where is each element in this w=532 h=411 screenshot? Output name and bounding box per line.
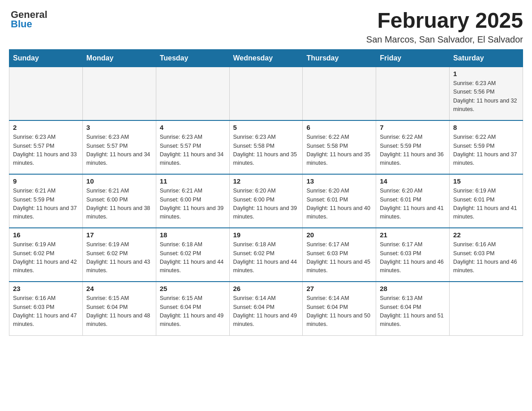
calendar-week-row: 1Sunrise: 6:23 AMSunset: 5:56 PMDaylight…	[9, 67, 523, 120]
day-info: Sunrise: 6:21 AMSunset: 5:59 PMDaylight:…	[13, 187, 79, 222]
day-info: Sunrise: 6:23 AMSunset: 5:57 PMDaylight:…	[86, 133, 152, 168]
day-info: Sunrise: 6:22 AMSunset: 5:59 PMDaylight:…	[453, 133, 519, 168]
day-number: 27	[306, 285, 372, 292]
day-number: 26	[233, 285, 299, 292]
day-number: 23	[13, 285, 79, 292]
day-info: Sunrise: 6:23 AMSunset: 5:57 PMDaylight:…	[13, 133, 79, 168]
day-info: Sunrise: 6:21 AMSunset: 6:00 PMDaylight:…	[160, 187, 226, 222]
day-number: 10	[86, 177, 152, 185]
table-row: 1Sunrise: 6:23 AMSunset: 5:56 PMDaylight…	[450, 67, 523, 120]
table-row	[303, 67, 376, 120]
day-info: Sunrise: 6:16 AMSunset: 6:03 PMDaylight:…	[13, 294, 79, 329]
day-number: 21	[380, 231, 446, 239]
col-monday: Monday	[82, 49, 156, 67]
col-thursday: Thursday	[303, 49, 376, 67]
day-number: 4	[160, 124, 226, 131]
table-row: 23Sunrise: 6:16 AMSunset: 6:03 PMDayligh…	[9, 282, 83, 335]
calendar-header-row: Sunday Monday Tuesday Wednesday Thursday…	[9, 49, 523, 67]
day-info: Sunrise: 6:23 AMSunset: 5:56 PMDaylight:…	[453, 79, 519, 114]
table-row: 2Sunrise: 6:23 AMSunset: 5:57 PMDaylight…	[9, 120, 83, 174]
day-number: 14	[380, 177, 446, 185]
table-row	[9, 67, 83, 120]
day-number: 5	[233, 124, 299, 131]
calendar-week-row: 9Sunrise: 6:21 AMSunset: 5:59 PMDaylight…	[9, 174, 523, 228]
day-info: Sunrise: 6:20 AMSunset: 6:01 PMDaylight:…	[306, 187, 372, 222]
day-number: 12	[233, 177, 299, 185]
day-number: 19	[233, 231, 299, 239]
table-row: 3Sunrise: 6:23 AMSunset: 5:57 PMDaylight…	[82, 120, 156, 174]
day-info: Sunrise: 6:20 AMSunset: 6:01 PMDaylight:…	[380, 187, 446, 222]
day-number: 25	[160, 285, 226, 292]
table-row: 22Sunrise: 6:16 AMSunset: 6:03 PMDayligh…	[450, 228, 523, 282]
logo: General Blue General Blue	[9, 9, 47, 30]
col-saturday: Saturday	[450, 49, 523, 67]
table-row: 24Sunrise: 6:15 AMSunset: 6:04 PMDayligh…	[82, 282, 156, 335]
day-info: Sunrise: 6:19 AMSunset: 6:02 PMDaylight:…	[13, 240, 79, 275]
table-row: 5Sunrise: 6:23 AMSunset: 5:58 PMDaylight…	[229, 120, 303, 174]
day-number: 11	[160, 177, 226, 185]
table-row: 6Sunrise: 6:22 AMSunset: 5:58 PMDaylight…	[303, 120, 376, 174]
day-number: 2	[13, 124, 79, 131]
day-info: Sunrise: 6:21 AMSunset: 6:00 PMDaylight:…	[86, 187, 152, 222]
day-number: 1	[453, 70, 519, 77]
table-row: 7Sunrise: 6:22 AMSunset: 5:59 PMDaylight…	[376, 120, 450, 174]
col-tuesday: Tuesday	[156, 49, 229, 67]
table-row: 19Sunrise: 6:18 AMSunset: 6:02 PMDayligh…	[229, 228, 303, 282]
day-info: Sunrise: 6:22 AMSunset: 5:58 PMDaylight:…	[306, 133, 372, 168]
day-number: 22	[453, 231, 519, 239]
col-friday: Friday	[376, 49, 450, 67]
table-row: 15Sunrise: 6:19 AMSunset: 6:01 PMDayligh…	[450, 174, 523, 228]
day-number: 17	[86, 231, 152, 239]
day-number: 13	[306, 177, 372, 185]
day-info: Sunrise: 6:15 AMSunset: 6:04 PMDaylight:…	[160, 294, 226, 329]
table-row: 27Sunrise: 6:14 AMSunset: 6:04 PMDayligh…	[303, 282, 376, 335]
table-row: 20Sunrise: 6:17 AMSunset: 6:03 PMDayligh…	[303, 228, 376, 282]
day-number: 24	[86, 285, 152, 292]
day-number: 3	[86, 124, 152, 131]
day-info: Sunrise: 6:14 AMSunset: 6:04 PMDaylight:…	[233, 294, 299, 329]
calendar-week-row: 16Sunrise: 6:19 AMSunset: 6:02 PMDayligh…	[9, 228, 523, 282]
day-info: Sunrise: 6:17 AMSunset: 6:03 PMDaylight:…	[306, 240, 372, 275]
table-row: 25Sunrise: 6:15 AMSunset: 6:04 PMDayligh…	[156, 282, 229, 335]
table-row: 4Sunrise: 6:23 AMSunset: 5:57 PMDaylight…	[156, 120, 229, 174]
day-info: Sunrise: 6:16 AMSunset: 6:03 PMDaylight:…	[453, 240, 519, 275]
day-info: Sunrise: 6:19 AMSunset: 6:02 PMDaylight:…	[86, 240, 152, 275]
page-header: General Blue General Blue February 2025 …	[9, 9, 523, 45]
table-row: 8Sunrise: 6:22 AMSunset: 5:59 PMDaylight…	[450, 120, 523, 174]
col-sunday: Sunday	[9, 49, 83, 67]
day-number: 9	[13, 177, 79, 185]
day-info: Sunrise: 6:19 AMSunset: 6:01 PMDaylight:…	[453, 187, 519, 222]
calendar-week-row: 23Sunrise: 6:16 AMSunset: 6:03 PMDayligh…	[9, 282, 523, 335]
title-block: February 2025 San Marcos, San Salvador, …	[366, 9, 523, 45]
day-info: Sunrise: 6:23 AMSunset: 5:57 PMDaylight:…	[160, 133, 226, 168]
table-row	[156, 67, 229, 120]
calendar-week-row: 2Sunrise: 6:23 AMSunset: 5:57 PMDaylight…	[9, 120, 523, 174]
logo-blue-text: Blue	[11, 18, 47, 30]
day-info: Sunrise: 6:13 AMSunset: 6:04 PMDaylight:…	[380, 294, 446, 329]
table-row: 10Sunrise: 6:21 AMSunset: 6:00 PMDayligh…	[82, 174, 156, 228]
table-row	[450, 282, 523, 335]
day-info: Sunrise: 6:17 AMSunset: 6:03 PMDaylight:…	[380, 240, 446, 275]
table-row	[82, 67, 156, 120]
table-row: 12Sunrise: 6:20 AMSunset: 6:00 PMDayligh…	[229, 174, 303, 228]
day-info: Sunrise: 6:18 AMSunset: 6:02 PMDaylight:…	[160, 240, 226, 275]
day-info: Sunrise: 6:15 AMSunset: 6:04 PMDaylight:…	[86, 294, 152, 329]
table-row: 28Sunrise: 6:13 AMSunset: 6:04 PMDayligh…	[376, 282, 450, 335]
table-row: 26Sunrise: 6:14 AMSunset: 6:04 PMDayligh…	[229, 282, 303, 335]
calendar-table: Sunday Monday Tuesday Wednesday Thursday…	[9, 49, 523, 336]
day-info: Sunrise: 6:18 AMSunset: 6:02 PMDaylight:…	[233, 240, 299, 275]
table-row	[229, 67, 303, 120]
table-row: 14Sunrise: 6:20 AMSunset: 6:01 PMDayligh…	[376, 174, 450, 228]
table-row: 16Sunrise: 6:19 AMSunset: 6:02 PMDayligh…	[9, 228, 83, 282]
day-number: 7	[380, 124, 446, 131]
col-wednesday: Wednesday	[229, 49, 303, 67]
day-number: 6	[306, 124, 372, 131]
table-row: 9Sunrise: 6:21 AMSunset: 5:59 PMDaylight…	[9, 174, 83, 228]
day-info: Sunrise: 6:20 AMSunset: 6:00 PMDaylight:…	[233, 187, 299, 222]
table-row: 17Sunrise: 6:19 AMSunset: 6:02 PMDayligh…	[82, 228, 156, 282]
day-info: Sunrise: 6:14 AMSunset: 6:04 PMDaylight:…	[306, 294, 372, 329]
location-text: San Marcos, San Salvador, El Salvador	[366, 34, 523, 45]
day-number: 28	[380, 285, 446, 292]
day-number: 20	[306, 231, 372, 239]
table-row: 21Sunrise: 6:17 AMSunset: 6:03 PMDayligh…	[376, 228, 450, 282]
